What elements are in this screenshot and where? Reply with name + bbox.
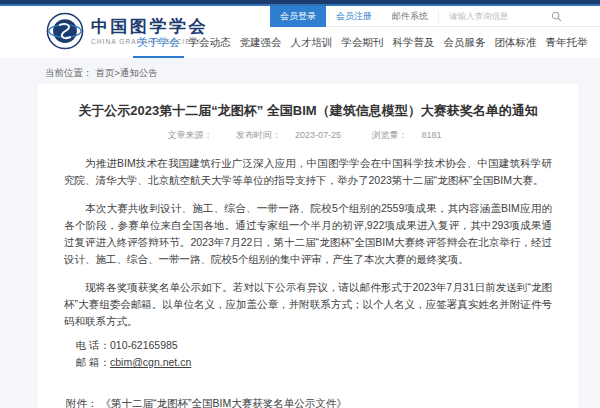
- search-input[interactable]: [447, 10, 547, 22]
- breadcrumb-current[interactable]: 通知公告: [120, 67, 158, 78]
- nav-item-training[interactable]: 人才培训: [286, 29, 337, 58]
- society-emblem-icon: [46, 12, 84, 50]
- site-header: 中国图学学会 CHINA GRAPHICS SOCIETY 会员登录 会员注册 …: [0, 6, 600, 58]
- article-view-count: 浏览量：8181: [365, 130, 449, 140]
- search-icon[interactable]: [551, 11, 562, 22]
- nav-item-party-building[interactable]: 党建强会: [235, 29, 286, 58]
- nav-item-about[interactable]: 关于学会: [133, 29, 184, 58]
- article-paragraph-3: 现将各奖项获奖名单公示如下。若对以下公示有异议，请以邮件形式于2023年7月31…: [64, 279, 552, 330]
- nav-item-journal[interactable]: 学会期刊: [337, 29, 388, 58]
- article-paragraph-1: 为推进BIM技术在我国建筑行业广泛深入应用，中国图学学会在中国科学技术协会、中国…: [64, 155, 552, 189]
- member-login-button[interactable]: 会员登录: [270, 6, 326, 27]
- article-panel: 关于公示2023第十二届“龙图杯” 全国BIM（建筑信息模型）大赛获奖名单的通知…: [38, 84, 578, 408]
- nav-item-news[interactable]: 学会动态: [184, 29, 235, 58]
- attachment-label: 附件：: [66, 397, 98, 408]
- page: { "colors": { "navy": "#1c3b6f", "accent…: [0, 0, 600, 408]
- article-source-label: 文章来源：: [167, 130, 212, 140]
- breadcrumb-label: 当前位置：: [45, 67, 93, 78]
- attachment-link[interactable]: 《第十二届“龙图杯”全国BIM大赛获奖名单公示文件》: [101, 397, 347, 408]
- email-link[interactable]: cbim@cgn.net.cn: [110, 356, 191, 368]
- email-label: 邮 箱：: [76, 356, 110, 368]
- nav-item-group-standards[interactable]: 团体标准: [490, 29, 541, 58]
- mail-system-link[interactable]: 邮件系统: [382, 10, 439, 23]
- contact-email-line: 邮 箱：cbim@cgn.net.cn: [64, 354, 552, 371]
- article-publish-time: 发布时间：2023-07-25: [229, 130, 348, 140]
- nav-item-science-popularization[interactable]: 科学普及: [388, 29, 439, 58]
- utility-bar: 会员登录 会员注册 邮件系统: [270, 6, 600, 27]
- page-title: 关于公示2023第十二届“龙图杯” 全国BIM（建筑信息模型）大赛获奖名单的通知: [70, 102, 546, 120]
- breadcrumb: 当前位置： 首页>通知公告: [0, 58, 600, 84]
- article-paragraph-2: 本次大赛共收到设计、施工、综合、一带一路、院校5个组别的2559项成果，其内容涵…: [64, 200, 552, 268]
- phone-number: 010-62165985: [110, 339, 178, 351]
- article-meta: 文章来源： 发布时间：2023-07-25 浏览量：8181: [64, 129, 552, 142]
- main-nav: 关于学会 学会动态 党建强会 人才培训 学会期刊 科学普及 会员服务 团体标准 …: [133, 29, 592, 58]
- attachment-line: 附件： 《第十二届“龙图杯”全国BIM大赛获奖名单公示文件》: [64, 397, 552, 408]
- contact-phone-line: 电 话：010-62165985: [64, 337, 552, 354]
- member-register-link[interactable]: 会员注册: [326, 10, 382, 23]
- nav-item-member-services[interactable]: 会员服务: [439, 29, 490, 58]
- phone-label: 电 话：: [76, 339, 110, 351]
- nav-item-youth-support[interactable]: 青年托举: [541, 29, 592, 58]
- breadcrumb-home-link[interactable]: 首页: [95, 67, 114, 78]
